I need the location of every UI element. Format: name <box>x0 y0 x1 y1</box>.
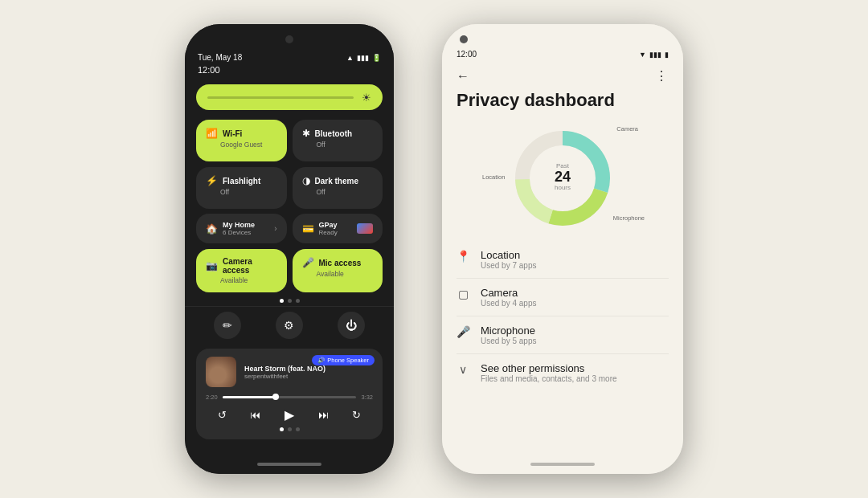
camera-sub: Used by 4 apps <box>481 299 537 308</box>
dot-2 <box>288 299 292 303</box>
forward-button[interactable]: ↻ <box>352 409 361 421</box>
other-permissions-item[interactable]: ∨ See other permissions Files and media,… <box>457 354 669 391</box>
camera-dot-left <box>285 35 293 43</box>
mic-access-tile[interactable]: 🎤 Mic access Available <box>293 249 383 292</box>
next-button[interactable]: ⏭ <box>318 409 329 421</box>
mic-access-icon: 🎤 <box>302 257 314 268</box>
bluetooth-tile[interactable]: ✱ Bluetooth Off <box>293 120 383 161</box>
donut-center-label: Past 24 hours <box>555 162 571 191</box>
camera-access-icon: 📷 <box>206 260 218 271</box>
access-tiles-row: 📷 Camera access Available 🎤 Mic access A… <box>185 243 394 292</box>
dark-theme-header: ◑ Dark theme <box>302 175 374 186</box>
bluetooth-tile-sub: Off <box>302 141 374 149</box>
flashlight-tile-sub: Off <box>206 188 277 196</box>
quick-settings-screen: Tue, May 18 ▲ ▮▮▮ 🔋 12:00 ☀ 📶 Wi-Fi Goog… <box>185 24 394 474</box>
dot-1 <box>280 299 284 303</box>
gpay-icon: 💳 <box>302 223 314 235</box>
gpay-tile-left: 💳 GPay Ready <box>302 221 338 236</box>
flashlight-tile[interactable]: ⚡ Flashlight Off <box>196 167 287 209</box>
back-button[interactable]: ← <box>457 69 469 84</box>
dark-theme-tile[interactable]: ◑ Dark theme Off <box>293 167 383 209</box>
media-info: Heart Storm (feat. NAO) serpentwithfeet <box>244 365 326 380</box>
location-sub: Used by 7 apps <box>481 261 537 270</box>
qs-tiles-grid: 📶 Wi-Fi Google Guest ✱ Bluetooth Off ⚡ F… <box>185 115 394 214</box>
home-tile-left: 🏠 My Home 6 Devices <box>206 221 255 236</box>
wifi-tile-header: 📶 Wi-Fi <box>206 128 277 139</box>
pd-wifi-icon: ▼ <box>639 51 646 59</box>
home-gpay-row: 🏠 My Home 6 Devices › 💳 GPay Ready <box>185 214 394 243</box>
brightness-bar <box>207 96 354 99</box>
more-options-button[interactable]: ⋮ <box>655 68 669 84</box>
microphone-name: Microphone <box>481 325 537 337</box>
play-button[interactable]: ▶ <box>285 407 294 422</box>
media-page-dots <box>206 422 373 431</box>
location-permission-item[interactable]: 📍 Location Used by 7 apps <box>457 241 669 279</box>
camera-dot-right <box>460 35 468 43</box>
dark-theme-sub: Off <box>302 188 374 196</box>
prev-button[interactable]: ⏮ <box>250 409 260 421</box>
left-phone: Tue, May 18 ▲ ▮▮▮ 🔋 12:00 ☀ 📶 Wi-Fi Goog… <box>185 24 394 474</box>
legend-microphone: Microphone <box>613 214 645 222</box>
flashlight-icon: ⚡ <box>206 175 218 186</box>
gpay-tile[interactable]: 💳 GPay Ready <box>293 214 383 243</box>
location-info: Location Used by 7 apps <box>481 249 537 270</box>
brightness-icon: ☀ <box>362 92 371 104</box>
donut-hours-num: 24 <box>555 169 571 184</box>
replay-button[interactable]: ↺ <box>218 409 227 421</box>
media-controls: ↺ ⏮ ▶ ⏭ ↻ <box>206 407 373 422</box>
home-info: My Home 6 Devices <box>223 221 255 236</box>
location-icon: 📍 <box>457 250 469 263</box>
battery-icon: 🔋 <box>372 54 381 62</box>
wifi-icon: 📶 <box>206 128 218 139</box>
song-artist: serpentwithfeet <box>244 373 326 380</box>
other-permissions-sub: Files and media, contacts, and 3 more <box>481 374 617 383</box>
pd-status-bar: 12:00 ▼ ▮▮▮ ▮ <box>442 24 683 65</box>
microphone-info: Microphone Used by 5 apps <box>481 325 537 345</box>
privacy-dashboard-screen: 12:00 ▼ ▮▮▮ ▮ ← ⋮ Privacy dashboard <box>442 24 683 474</box>
home-chevron-icon: › <box>274 224 276 233</box>
dot-3 <box>296 299 300 303</box>
song-title: Heart Storm (feat. NAO) <box>244 365 326 373</box>
home-bar-left <box>257 463 321 466</box>
expand-icon: ∨ <box>457 363 469 376</box>
progress-bar[interactable] <box>223 396 357 398</box>
status-icons: ▲ ▮▮▮ 🔋 <box>346 54 381 62</box>
dark-theme-name: Dark theme <box>315 177 358 186</box>
microphone-permission-item[interactable]: 🎤 Microphone Used by 5 apps <box>457 316 669 354</box>
qs-bottom-bar: ✏ ⚙ ⏻ <box>185 306 394 344</box>
camera-access-tile[interactable]: 📷 Camera access Available <box>196 249 287 292</box>
camera-name: Camera <box>481 287 537 299</box>
home-tile[interactable]: 🏠 My Home 6 Devices › <box>196 214 287 243</box>
gpay-tile-name: GPay <box>319 221 338 229</box>
wifi-tile[interactable]: 📶 Wi-Fi Google Guest <box>196 120 287 161</box>
media-dot-2 <box>288 427 292 431</box>
progress-fill <box>223 396 276 398</box>
pd-battery-icon: ▮ <box>665 51 669 59</box>
home-tile-sub: 6 Devices <box>223 229 255 236</box>
camera-info: Camera Used by 4 apps <box>481 287 537 308</box>
bluetooth-tile-header: ✱ Bluetooth <box>302 128 374 139</box>
legend-camera: Camera <box>616 125 638 133</box>
microphone-sub: Used by 5 apps <box>481 337 537 345</box>
phone-speaker-badge: 🔊 Phone Speaker <box>312 355 375 365</box>
progress-row: 2:20 3:32 <box>206 394 373 401</box>
edit-button[interactable]: ✏ <box>214 312 241 339</box>
home-bar-right <box>530 463 595 466</box>
speaker-label: Phone Speaker <box>327 357 369 364</box>
wifi-tile-sub: Google Guest <box>206 141 277 149</box>
time-start: 2:20 <box>206 394 218 401</box>
donut-hours-unit: hours <box>555 184 571 191</box>
power-button[interactable]: ⏻ <box>338 312 365 339</box>
camera-access-sub: Available <box>206 276 277 284</box>
album-art-inner <box>206 357 236 387</box>
settings-button[interactable]: ⚙ <box>276 312 303 339</box>
flashlight-tile-name: Flashlight <box>223 177 260 186</box>
pd-title: Privacy dashboard <box>442 90 683 120</box>
brightness-slider[interactable]: ☀ <box>196 84 383 110</box>
other-permissions-name: See other permissions <box>481 362 617 374</box>
progress-dot <box>272 394 279 400</box>
camera-permission-item[interactable]: ▢ Camera Used by 4 apps <box>457 279 669 316</box>
media-player: 🔊 Phone Speaker Heart Storm (feat. NAO) … <box>196 349 383 439</box>
bluetooth-tile-name: Bluetooth <box>315 129 353 138</box>
media-dot-3 <box>296 427 300 431</box>
